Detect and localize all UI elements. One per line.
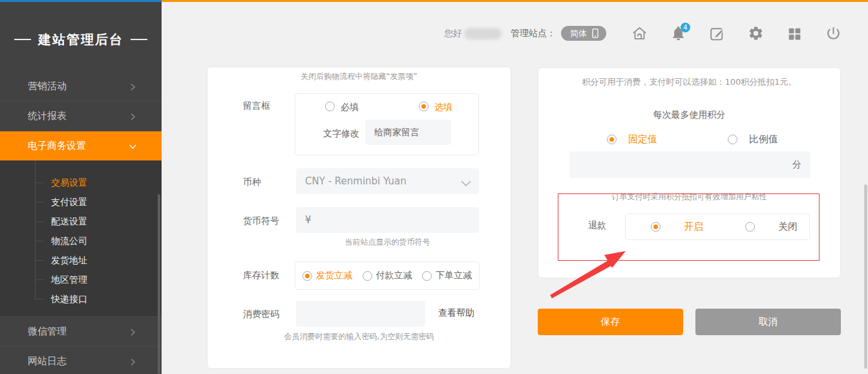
view-help-link[interactable]: 查看帮助 [438,307,474,319]
sidebar-subitem-payment-settings[interactable]: 支付设置 [0,192,162,212]
logo-dash-left [14,39,31,40]
cancel-button[interactable]: 取消 [695,309,841,335]
chevron-right-icon [129,112,137,120]
sidebar-subitem-shipping-address[interactable]: 发货地址 [0,250,162,270]
chevron-right-icon [129,82,137,91]
ship-deduct-radio[interactable] [302,271,312,281]
username-redacted [464,28,502,39]
topbar: 您好 管理站点： 简体 4 [162,0,868,67]
save-button[interactable]: 保存 [538,309,683,335]
stock-count-group: 发货立减 付款立减 下单立减 [295,261,480,290]
stock-count-label: 库存计数 [243,270,279,281]
home-icon[interactable] [631,25,648,41]
ratio-value-option[interactable]: 比例值 [728,133,778,146]
points-help-text: 积分可用于消费，支付时可以选择如：100积分抵扣1元。 [538,76,840,88]
manage-site-label: 管理站点： [511,28,556,39]
optional-radio-label[interactable]: 选填 [434,102,452,113]
stock-option-pay[interactable]: 付款立减 [363,270,412,281]
currency-symbol-help: 当前站点显示的货币符号 [296,237,479,248]
stock-option-order[interactable]: 下单立减 [422,270,472,281]
fixed-value-option[interactable]: 固定值 [607,133,657,146]
sidebar-item-label: 电子商务设置 [28,140,86,152]
chevron-right-icon [129,357,137,366]
sidebar-submenu: 交易设置 支付设置 配送设置 物流公司 发货地址 地区管理 快递接口 [0,160,162,316]
admin-screen: 建站管理后台 营销活动 统计报表 电子商务设置 [0,0,868,374]
required-radio[interactable] [325,102,335,111]
notifications-bell-icon[interactable]: 4 [670,25,686,41]
chevron-right-icon [129,327,137,336]
sidebar-item-label: 统计报表 [28,110,67,122]
sidebar-item-label: 微信管理 [28,325,67,338]
site-pill-label: 简体 [570,28,587,39]
refund-off-radio[interactable] [745,222,755,232]
sidebar-item-wechat[interactable]: 微信管理 [0,316,162,346]
refund-group: 开启 关闭 [625,214,810,240]
settings-gear-icon[interactable] [748,25,764,41]
app-title-text: 建站管理后台 [38,31,123,49]
message-box-radio-row: 必填 选填 [295,102,478,115]
logo-dash-right [131,39,147,40]
app-title: 建站管理后台 [0,30,162,49]
currency-select[interactable]: CNY - Renminbi Yuan [296,168,479,194]
optional-radio[interactable] [419,102,429,111]
message-box-group: 必填 选填 文字修改 给商家留言 [295,93,479,155]
text-modify-label: 文字修改 [323,128,359,140]
sidebar-item-label: 营销活动 [28,80,67,93]
fixed-value-radio[interactable] [607,135,617,144]
sidebar-item-marketing[interactable]: 营销活动 [0,71,162,101]
refund-off-label[interactable]: 关闭 [778,221,798,233]
message-text-input[interactable]: 给商家留言 [365,120,451,145]
sidebar-subitem-trade-settings[interactable]: 交易设置 [0,173,162,192]
ratio-value-radio[interactable] [728,135,737,144]
logout-power-icon[interactable] [825,25,842,41]
sidebar-item-ecommerce-settings[interactable]: 电子商务设置 [0,131,162,160]
sidebar-item-reports[interactable]: 统计报表 [0,101,162,131]
mobile-phone-icon [592,28,598,38]
chevron-down-icon [461,178,471,184]
currency-label: 币种 [243,177,261,188]
chevron-down-icon [129,142,137,150]
sidebar-item-site-log[interactable]: 网站日志 [0,346,162,374]
sidebar-item-label: 网站日志 [28,355,67,368]
currency-symbol-label: 货币符号 [243,215,279,227]
currency-select-value: CNY - Renminbi Yuan [305,175,407,187]
points-settings-card: 积分可用于消费，支付时可以选择如：100积分抵扣1元。 每次最多使用积分 固定值… [538,67,841,278]
sidebar-subitem-delivery-settings[interactable]: 配送设置 [0,212,162,231]
apps-grid-icon[interactable] [787,25,803,41]
sidebar-subitem-express-api[interactable]: 快递接口 [0,289,162,309]
pay-deduct-radio[interactable] [363,271,372,281]
stock-option-ship[interactable]: 发货立减 [302,270,352,281]
consume-password-help: 会员消费时需要的输入密码,为空则无需密码 [207,331,511,342]
refund-label: 退款 [588,220,606,232]
greeting-text: 您好 [444,28,462,39]
sidebar-scrollbar[interactable] [158,194,160,374]
invoice-help-text: 关闭后购物流程中将隐藏“发票项” [207,71,511,82]
points-unit-suffix: 分 [792,159,801,171]
points-note-text: 订单支付时采用积分抵扣可有效增加用户粘性 [538,192,840,203]
required-radio-label[interactable]: 必填 [341,102,359,113]
consume-password-input[interactable] [296,301,425,327]
order-deduct-radio[interactable] [422,271,432,281]
sidebar-menu: 营销活动 统计报表 电子商务设置 交易设置 支付设置 [0,71,162,374]
message-box-label: 留言框 [243,100,270,112]
max-points-label: 每次最多使用积分 [538,109,840,121]
currency-symbol-input[interactable]: ¥ [296,207,479,233]
trade-settings-card: 关闭后购物流程中将隐藏“发票项” 留言框 必填 选填 文字修改 给商家留言 币种… [207,67,511,369]
page-scrollbar[interactable] [864,184,867,369]
sidebar-subitem-logistics-company[interactable]: 物流公司 [0,231,162,250]
notification-badge: 4 [681,23,690,32]
max-points-input[interactable]: 分 [569,151,810,178]
sidebar-subitem-region-management[interactable]: 地区管理 [0,270,162,289]
refund-on-label[interactable]: 开启 [684,221,703,233]
edit-icon[interactable] [709,25,725,41]
consume-password-label: 消费密码 [243,309,279,320]
sidebar: 建站管理后台 营销活动 统计报表 电子商务设置 [0,2,162,374]
refund-on-radio[interactable] [651,222,661,232]
site-version-pill[interactable]: 简体 [561,26,606,41]
